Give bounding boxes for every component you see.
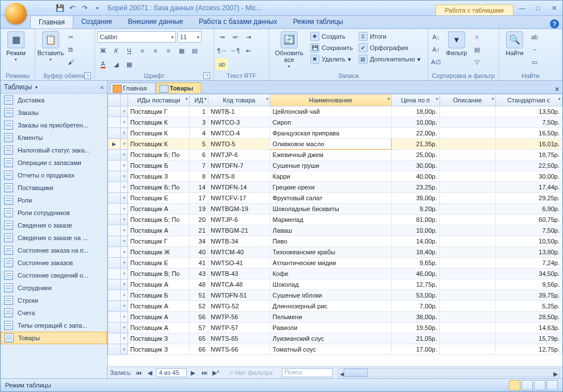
expand-row-button[interactable]: + — [120, 279, 128, 290]
expand-row-button[interactable]: + — [120, 160, 128, 171]
nav-item[interactable]: Сведения о заказе на ... — [1, 232, 107, 244]
cell[interactable]: NWTS-8 — [208, 171, 270, 182]
chevron-down-icon[interactable]: ▾ — [204, 97, 207, 101]
ribbon-tab-3[interactable]: Работа с базами данных — [191, 15, 285, 28]
table-row[interactable]: +Поставщик Б; По20NWTJP-6Мармелад81,00р.… — [108, 214, 562, 225]
highlight-button[interactable]: ab — [216, 59, 228, 70]
cell[interactable]: 6 — [190, 150, 208, 160]
table-row[interactable]: +Поставщик З65NWTS-65Луизианский соус21,… — [108, 333, 562, 344]
cell[interactable]: 4 — [190, 128, 208, 139]
expand-row-button[interactable]: + — [120, 139, 128, 150]
row-selector[interactable] — [108, 171, 121, 182]
row-selector[interactable] — [108, 290, 121, 301]
nav-item[interactable]: Строки — [1, 294, 107, 307]
cell[interactable]: 16,50р. — [495, 128, 562, 139]
table-row[interactable]: +Поставщик А48NWTCA-48Шоколад12,75р.9,56… — [108, 279, 562, 290]
cell[interactable]: 7,24р. — [495, 258, 562, 269]
doc-tab[interactable]: Товары — [157, 82, 202, 93]
nav-item[interactable]: Заказы — [1, 106, 107, 119]
next-record-button[interactable]: ▶ — [188, 368, 198, 378]
cell[interactable] — [439, 182, 495, 193]
cell[interactable]: Поставщик Б; По — [128, 182, 190, 193]
cell[interactable]: 14,63р. — [495, 323, 562, 333]
cell[interactable] — [439, 279, 495, 290]
row-selector[interactable] — [108, 117, 121, 128]
cell[interactable]: NWTO-5 — [208, 139, 270, 150]
horizontal-scrollbar[interactable]: ◀▶ — [338, 368, 560, 377]
row-selector[interactable] — [108, 106, 121, 117]
row-selector[interactable] — [108, 236, 121, 247]
ribbon-tab-1[interactable]: Создание — [73, 15, 120, 28]
table-row[interactable]: +Поставщик А56NWTP-56Пельмени38,00р.28,5… — [108, 312, 562, 323]
prev-record-button[interactable]: ◀ — [145, 368, 155, 378]
table-row[interactable]: +Поставщик Б; По14NWTDFN-14Грецкие орехи… — [108, 182, 562, 193]
cell[interactable] — [439, 193, 495, 204]
replace-button[interactable]: ab — [529, 31, 540, 43]
cell[interactable]: 22,00р. — [391, 128, 439, 139]
cell[interactable]: Поставщик Е — [128, 193, 190, 204]
expand-row-button[interactable]: + — [120, 193, 128, 204]
row-selector[interactable] — [108, 128, 121, 139]
cell[interactable]: 18,00р. — [391, 106, 439, 117]
cell[interactable]: Сушеные яблоки — [270, 290, 391, 301]
cell[interactable] — [439, 171, 495, 182]
clipboard-dialog-icon[interactable]: ↘ — [84, 72, 91, 79]
row-selector[interactable] — [108, 150, 121, 160]
cell[interactable] — [439, 290, 495, 301]
sort-asc-button[interactable]: A↓ — [430, 31, 442, 43]
cell[interactable]: Поставщик З — [128, 171, 190, 182]
chevron-down-icon[interactable]: ▾ — [266, 97, 269, 101]
cell[interactable]: 13,50р. — [495, 106, 562, 117]
column-header[interactable]: ИД▾ — [190, 94, 208, 106]
cell[interactable]: 19,50р. — [391, 323, 439, 333]
chevron-down-icon[interactable]: ▾ — [186, 97, 188, 101]
cell[interactable]: Кофе — [270, 269, 391, 279]
expand-row-button[interactable]: + — [120, 333, 128, 344]
expand-row-button[interactable]: + — [120, 290, 128, 301]
row-selector[interactable] — [108, 258, 121, 269]
cell[interactable]: Поставщик В; По — [128, 269, 190, 279]
paste-button[interactable]: 📋Вставить▾ — [38, 30, 64, 64]
cell[interactable]: 46,00р. — [391, 269, 439, 279]
cell[interactable]: Сироп — [270, 117, 391, 128]
row-selector[interactable] — [108, 323, 121, 333]
cell[interactable]: Поставщик А — [128, 312, 190, 323]
format-painter-button[interactable]: 🖌 — [65, 56, 76, 68]
minimize-button[interactable]: — — [516, 3, 528, 13]
align-left-button[interactable]: ≡ — [137, 45, 148, 56]
fill-color-button[interactable]: ◢ — [110, 59, 122, 70]
view-mode-button[interactable]: ▦Режим▾ — [3, 30, 29, 64]
scroll-thumb[interactable] — [344, 369, 368, 377]
row-selector[interactable]: ▶ — [108, 139, 121, 150]
cell[interactable]: NWTCFV-17 — [208, 193, 270, 204]
cell[interactable]: Длиннозерный рис — [270, 301, 391, 312]
bullets-button[interactable]: ≔ — [216, 31, 228, 43]
expand-row-button[interactable]: + — [120, 247, 128, 258]
cell[interactable]: 18,40р. — [391, 247, 439, 258]
cell[interactable]: 21 — [190, 225, 208, 236]
record-position[interactable]: 4 из 45 — [156, 368, 187, 377]
nav-item[interactable]: Товары — [1, 332, 107, 344]
row-selector[interactable] — [108, 333, 121, 344]
expand-row-button[interactable]: + — [120, 106, 128, 117]
row-selector[interactable] — [108, 225, 121, 236]
qat-dropdown-icon[interactable]: ▾ — [93, 3, 102, 13]
row-selector[interactable] — [108, 279, 121, 290]
cell[interactable]: 6,90р. — [495, 204, 562, 214]
cell[interactable]: 57 — [190, 323, 208, 333]
expand-row-button[interactable]: + — [120, 204, 128, 214]
nav-item[interactable]: Типы операций с запа... — [1, 319, 107, 332]
find-button[interactable]: 🔍Найти — [502, 30, 528, 57]
cell[interactable] — [439, 117, 495, 128]
table-row[interactable]: +Поставщик Б; По6NWTJP-6Ежевичный джем25… — [108, 150, 562, 160]
delete-record-button[interactable]: ✖Удалить ▾ — [308, 54, 355, 64]
cell[interactable]: 19 — [190, 204, 208, 214]
table-row[interactable]: +Поставщик Е17NWTCFV-17Фруктовый салат39… — [108, 193, 562, 204]
font-size-combo[interactable]: 11▾ — [178, 31, 202, 43]
nav-header[interactable]: Таблицы▾ « — [1, 81, 107, 94]
cell[interactable]: 53,00р. — [391, 290, 439, 301]
cell[interactable]: 30,00р. — [391, 160, 439, 171]
row-selector[interactable] — [108, 193, 121, 204]
table-row[interactable]: +Поставщик З66NWTS-66Томатный соус17,00р… — [108, 344, 562, 355]
gridlines-button[interactable]: ▦ — [176, 45, 187, 56]
